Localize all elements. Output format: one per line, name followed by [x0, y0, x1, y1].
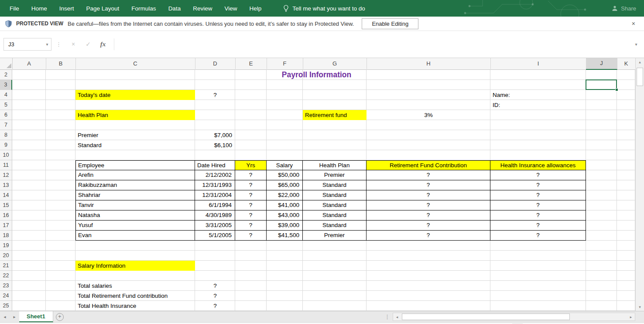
- scroll-up-icon[interactable]: ▴: [636, 58, 644, 66]
- cell-I13[interactable]: ?: [490, 180, 586, 190]
- row-header-19[interactable]: 19: [0, 241, 12, 251]
- cell-F12[interactable]: $50,000: [267, 170, 303, 180]
- row-header-8[interactable]: 8: [0, 130, 12, 140]
- cell-C21[interactable]: Salary Information: [75, 261, 195, 271]
- share-button[interactable]: Share: [612, 0, 636, 17]
- cell-F14[interactable]: $22,000: [267, 190, 303, 200]
- cell-D9[interactable]: $6,100: [195, 140, 235, 150]
- cell-C6[interactable]: Health Plan: [75, 110, 195, 120]
- cell-F11[interactable]: Salary: [267, 160, 303, 170]
- cell-H13[interactable]: ?: [367, 180, 490, 190]
- row-header-12[interactable]: 12: [0, 170, 12, 180]
- scroll-left-icon[interactable]: ◂: [393, 313, 401, 321]
- column-header-F[interactable]: F: [267, 58, 303, 69]
- cell-E13[interactable]: ?: [235, 180, 267, 190]
- row-header-23[interactable]: 23: [0, 281, 12, 291]
- cell-D12[interactable]: 2/12/2002: [195, 170, 235, 180]
- row-header-4[interactable]: 4: [0, 90, 12, 100]
- cell-C25[interactable]: Total Health Insurance: [75, 301, 195, 311]
- cell-C23[interactable]: Total salaries: [75, 281, 195, 291]
- column-header-K[interactable]: K: [617, 58, 636, 69]
- column-header-D[interactable]: D: [195, 58, 236, 69]
- cell-E16[interactable]: ?: [235, 210, 267, 221]
- add-sheet-button[interactable]: +: [53, 311, 66, 322]
- cell-E11[interactable]: Yrs: [235, 160, 267, 170]
- cell-D17[interactable]: 3/31/2005: [195, 221, 235, 231]
- name-box-dropdown-icon[interactable]: ▾: [43, 42, 51, 47]
- cell-D11[interactable]: Date Hired: [195, 160, 235, 170]
- ribbon-tab-formulas[interactable]: Formulas: [125, 0, 162, 17]
- cell-G13[interactable]: Standard: [303, 180, 367, 190]
- cell-H17[interactable]: ?: [367, 221, 490, 231]
- column-header-C[interactable]: C: [75, 58, 195, 69]
- cell-F13[interactable]: $65,000: [267, 180, 303, 190]
- name-box[interactable]: J3 ▾: [3, 38, 51, 51]
- tab-splitter-icon[interactable]: ⋮: [382, 311, 393, 322]
- ribbon-tab-insert[interactable]: Insert: [53, 0, 80, 17]
- column-header-J[interactable]: J: [586, 58, 617, 70]
- column-header-G[interactable]: G: [303, 58, 367, 69]
- cell-C24[interactable]: Total Retirement Fund contribution: [75, 291, 195, 301]
- ribbon-tab-data[interactable]: Data: [162, 0, 187, 17]
- confirm-entry-icon[interactable]: ✓: [81, 41, 96, 48]
- cell-H14[interactable]: ?: [367, 190, 490, 200]
- ribbon-tab-page-layout[interactable]: Page Layout: [80, 0, 126, 17]
- cell-F2[interactable]: Payroll Information: [267, 70, 367, 80]
- cell-D18[interactable]: 5/1/2005: [195, 231, 235, 241]
- cell-I5[interactable]: ID:: [490, 100, 586, 110]
- cell-C11[interactable]: Employee: [75, 160, 195, 170]
- cell-F17[interactable]: $39,000: [267, 221, 303, 231]
- cell-G12[interactable]: Premier: [303, 170, 367, 180]
- tell-me-box[interactable]: Tell me what you want to do: [283, 0, 365, 17]
- cell-D25[interactable]: ?: [195, 301, 235, 311]
- cell-C4[interactable]: Today's date: [75, 90, 195, 100]
- ribbon-tab-file[interactable]: File: [3, 0, 25, 17]
- row-header-14[interactable]: 14: [0, 190, 12, 200]
- cell-I16[interactable]: ?: [490, 210, 586, 221]
- cell-D4[interactable]: ?: [195, 90, 235, 100]
- cell-I4[interactable]: Name:: [490, 90, 586, 100]
- row-header-24[interactable]: 24: [0, 291, 12, 301]
- cell-C18[interactable]: Evan: [75, 231, 195, 241]
- cell-C12[interactable]: Arefin: [75, 170, 195, 180]
- ribbon-tab-view[interactable]: View: [218, 0, 243, 17]
- row-header-9[interactable]: 9: [0, 140, 12, 150]
- cell-E17[interactable]: ?: [235, 221, 267, 231]
- row-header-17[interactable]: 17: [0, 221, 12, 231]
- row-header-18[interactable]: 18: [0, 231, 12, 241]
- selection-box[interactable]: [586, 79, 617, 90]
- column-header-A[interactable]: A: [12, 58, 46, 69]
- formula-bar-expand-icon[interactable]: ▾: [631, 42, 641, 47]
- cell-I17[interactable]: ?: [490, 221, 586, 231]
- cell-C15[interactable]: Tanvir: [75, 200, 195, 210]
- cell-G18[interactable]: Premier: [303, 231, 367, 241]
- cell-G11[interactable]: Health Plan: [303, 160, 367, 170]
- vertical-scroll-track[interactable]: [636, 66, 644, 303]
- sheet-nav-right-icon[interactable]: ▸: [10, 311, 19, 322]
- column-header-E[interactable]: E: [235, 58, 267, 69]
- column-header-B[interactable]: B: [46, 58, 76, 69]
- cell-C13[interactable]: Rakibuzzaman: [75, 180, 195, 190]
- cell-G6[interactable]: Retirement fund: [303, 110, 367, 120]
- ribbon-tab-home[interactable]: Home: [25, 0, 53, 17]
- cell-E18[interactable]: ?: [235, 231, 267, 241]
- ribbon-tab-help[interactable]: Help: [243, 0, 267, 17]
- cell-C16[interactable]: Natasha: [75, 210, 195, 221]
- cell-I11[interactable]: Health Insurance allowances: [490, 160, 586, 170]
- close-bar-icon[interactable]: ×: [628, 20, 639, 27]
- cell-D15[interactable]: 6/1/1994: [195, 200, 235, 210]
- cell-E12[interactable]: ?: [235, 170, 267, 180]
- fill-handle[interactable]: [615, 88, 618, 91]
- cell-I18[interactable]: ?: [490, 231, 586, 241]
- row-header-20[interactable]: 20: [0, 251, 12, 261]
- cell-H15[interactable]: ?: [367, 200, 490, 210]
- sheet-tab-sheet1[interactable]: Sheet1: [19, 311, 53, 322]
- cell-H16[interactable]: ?: [367, 210, 490, 221]
- cell-D16[interactable]: 4/30/1989: [195, 210, 235, 221]
- scroll-down-icon[interactable]: ▾: [636, 303, 644, 311]
- row-header-25[interactable]: 25: [0, 301, 12, 311]
- vertical-scrollbar[interactable]: ▴ ▾: [635, 58, 644, 311]
- row-header-13[interactable]: 13: [0, 180, 12, 190]
- vertical-scroll-thumb[interactable]: [637, 68, 643, 86]
- column-header-I[interactable]: I: [490, 58, 586, 69]
